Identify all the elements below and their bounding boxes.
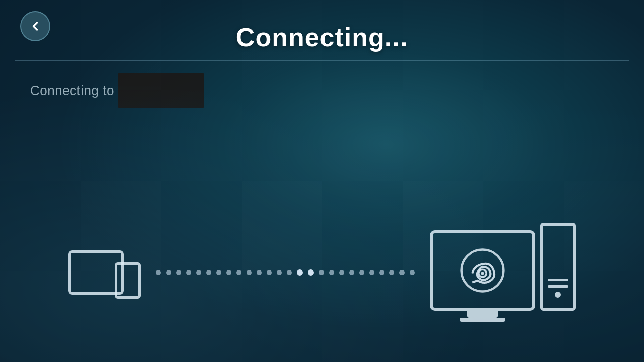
monitor-wrap <box>430 230 535 322</box>
connection-dot <box>247 270 252 275</box>
connection-dot <box>257 270 262 275</box>
connection-dot <box>156 270 161 275</box>
connection-dot <box>329 270 334 275</box>
svg-point-2 <box>481 272 484 275</box>
connection-dot <box>349 270 354 275</box>
connection-dot <box>206 270 211 275</box>
tower-line-1 <box>548 279 568 281</box>
tower-icon <box>540 223 576 311</box>
connection-dot <box>196 270 201 275</box>
connection-dot <box>267 270 272 275</box>
client-device-icon <box>68 250 141 295</box>
connection-dot <box>410 270 415 275</box>
connecting-to-row: Connecting to <box>0 61 644 108</box>
connection-dot <box>389 270 394 275</box>
tablet-icon <box>68 250 124 295</box>
connection-dot <box>369 270 374 275</box>
connecting-to-label: Connecting to <box>30 83 114 99</box>
connection-dot <box>359 270 364 275</box>
monitor-base <box>460 318 505 322</box>
redacted-hostname <box>118 73 204 108</box>
connection-dot <box>226 270 231 275</box>
page-title: Connecting... <box>236 22 408 52</box>
connection-dot <box>176 270 181 275</box>
monitor-stand <box>467 311 498 318</box>
connection-dot <box>297 269 303 276</box>
connection-dot <box>319 270 324 275</box>
connection-dot <box>339 270 344 275</box>
connection-dot <box>216 270 221 275</box>
connection-dot <box>399 270 405 275</box>
connection-dot <box>379 270 384 275</box>
steam-logo-icon <box>460 248 505 293</box>
connection-dot <box>287 270 292 275</box>
header: Connecting... <box>0 0 644 60</box>
connection-dot <box>308 269 314 276</box>
back-button[interactable] <box>20 11 50 41</box>
tower-line-2 <box>548 285 568 288</box>
monitor-icon <box>430 230 535 311</box>
back-arrow-icon <box>28 19 42 33</box>
connection-dot <box>166 270 171 275</box>
connection-dot <box>186 270 191 275</box>
connection-illustration <box>0 223 644 322</box>
server-device-icon <box>430 223 576 322</box>
connection-dots <box>156 269 415 276</box>
connection-dot <box>277 270 282 275</box>
tower-dot <box>555 292 561 298</box>
connection-dot <box>236 270 242 275</box>
